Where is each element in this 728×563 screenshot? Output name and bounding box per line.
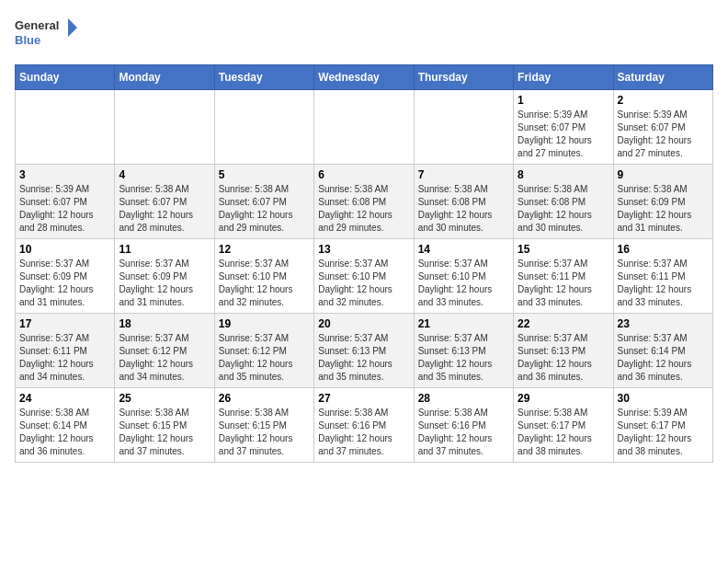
calendar-cell: 24Sunrise: 5:38 AM Sunset: 6:14 PM Dayli…: [16, 388, 115, 463]
day-number: 20: [318, 317, 409, 330]
calendar-cell: 16Sunrise: 5:37 AM Sunset: 6:11 PM Dayli…: [613, 239, 712, 314]
calendar-cell: 2Sunrise: 5:39 AM Sunset: 6:07 PM Daylig…: [613, 90, 712, 165]
calendar-cell: 8Sunrise: 5:38 AM Sunset: 6:08 PM Daylig…: [514, 165, 613, 239]
day-number: 26: [219, 392, 310, 405]
weekday-header-saturday: Saturday: [613, 65, 712, 90]
day-info: Sunrise: 5:37 AM Sunset: 6:10 PM Dayligh…: [219, 258, 310, 309]
calendar-cell: [115, 90, 214, 165]
calendar-cell: 30Sunrise: 5:39 AM Sunset: 6:17 PM Dayli…: [613, 388, 712, 463]
day-info: Sunrise: 5:37 AM Sunset: 6:14 PM Dayligh…: [618, 332, 709, 384]
day-info: Sunrise: 5:37 AM Sunset: 6:13 PM Dayligh…: [518, 332, 609, 384]
calendar-cell: 21Sunrise: 5:37 AM Sunset: 6:13 PM Dayli…: [414, 314, 513, 388]
logo: General Blue: [15, 15, 79, 55]
day-number: 21: [418, 317, 509, 330]
calendar-cell: 25Sunrise: 5:38 AM Sunset: 6:15 PM Dayli…: [115, 388, 214, 463]
weekday-header-monday: Monday: [115, 65, 214, 90]
calendar-cell: 18Sunrise: 5:37 AM Sunset: 6:12 PM Dayli…: [115, 314, 214, 388]
calendar-cell: 22Sunrise: 5:37 AM Sunset: 6:13 PM Dayli…: [514, 314, 613, 388]
day-info: Sunrise: 5:38 AM Sunset: 6:07 PM Dayligh…: [219, 183, 310, 235]
day-info: Sunrise: 5:37 AM Sunset: 6:13 PM Dayligh…: [418, 332, 509, 384]
weekday-header-row: SundayMondayTuesdayWednesdayThursdayFrid…: [16, 65, 713, 90]
weekday-header-thursday: Thursday: [414, 65, 513, 90]
calendar-cell: 1Sunrise: 5:39 AM Sunset: 6:07 PM Daylig…: [514, 90, 613, 165]
day-info: Sunrise: 5:37 AM Sunset: 6:09 PM Dayligh…: [119, 258, 210, 309]
svg-text:Blue: Blue: [15, 33, 40, 47]
calendar-cell: [214, 90, 313, 165]
calendar-cell: 17Sunrise: 5:37 AM Sunset: 6:11 PM Dayli…: [16, 314, 115, 388]
calendar-cell: [16, 90, 115, 165]
day-info: Sunrise: 5:37 AM Sunset: 6:12 PM Dayligh…: [119, 332, 210, 384]
day-info: Sunrise: 5:38 AM Sunset: 6:09 PM Dayligh…: [618, 183, 709, 235]
day-number: 30: [618, 392, 709, 405]
day-number: 5: [219, 168, 310, 181]
calendar-cell: 13Sunrise: 5:37 AM Sunset: 6:10 PM Dayli…: [314, 239, 414, 314]
calendar-cell: 15Sunrise: 5:37 AM Sunset: 6:11 PM Dayli…: [514, 239, 613, 314]
week-row-5: 24Sunrise: 5:38 AM Sunset: 6:14 PM Dayli…: [16, 388, 713, 463]
day-info: Sunrise: 5:38 AM Sunset: 6:15 PM Dayligh…: [119, 407, 210, 458]
day-info: Sunrise: 5:39 AM Sunset: 6:07 PM Dayligh…: [19, 183, 110, 235]
calendar-cell: 12Sunrise: 5:37 AM Sunset: 6:10 PM Dayli…: [214, 239, 313, 314]
day-number: 12: [219, 243, 310, 256]
weekday-header-sunday: Sunday: [16, 65, 115, 90]
day-info: Sunrise: 5:39 AM Sunset: 6:07 PM Dayligh…: [518, 109, 609, 160]
day-number: 2: [618, 94, 709, 107]
calendar-cell: 4Sunrise: 5:38 AM Sunset: 6:07 PM Daylig…: [115, 165, 214, 239]
day-number: 14: [418, 243, 509, 256]
day-info: Sunrise: 5:38 AM Sunset: 6:16 PM Dayligh…: [318, 407, 409, 458]
week-row-2: 3Sunrise: 5:39 AM Sunset: 6:07 PM Daylig…: [16, 165, 713, 239]
calendar-cell: 19Sunrise: 5:37 AM Sunset: 6:12 PM Dayli…: [214, 314, 313, 388]
page-header: General Blue: [15, 15, 713, 55]
day-info: Sunrise: 5:38 AM Sunset: 6:08 PM Dayligh…: [418, 183, 509, 235]
day-number: 8: [518, 168, 609, 181]
day-number: 10: [19, 243, 110, 256]
day-number: 18: [119, 317, 210, 330]
day-info: Sunrise: 5:37 AM Sunset: 6:11 PM Dayligh…: [19, 332, 110, 384]
week-row-4: 17Sunrise: 5:37 AM Sunset: 6:11 PM Dayli…: [16, 314, 713, 388]
day-info: Sunrise: 5:37 AM Sunset: 6:12 PM Dayligh…: [219, 332, 310, 384]
day-info: Sunrise: 5:38 AM Sunset: 6:08 PM Dayligh…: [318, 183, 409, 235]
day-info: Sunrise: 5:38 AM Sunset: 6:07 PM Dayligh…: [119, 183, 210, 235]
day-info: Sunrise: 5:38 AM Sunset: 6:15 PM Dayligh…: [219, 407, 310, 458]
svg-marker-2: [68, 18, 77, 37]
day-info: Sunrise: 5:39 AM Sunset: 6:17 PM Dayligh…: [618, 407, 709, 458]
calendar-table: SundayMondayTuesdayWednesdayThursdayFrid…: [15, 64, 713, 463]
day-number: 4: [119, 168, 210, 181]
calendar-cell: 23Sunrise: 5:37 AM Sunset: 6:14 PM Dayli…: [613, 314, 712, 388]
day-number: 17: [19, 317, 110, 330]
calendar-cell: 7Sunrise: 5:38 AM Sunset: 6:08 PM Daylig…: [414, 165, 513, 239]
day-info: Sunrise: 5:38 AM Sunset: 6:08 PM Dayligh…: [518, 183, 609, 235]
calendar-cell: 9Sunrise: 5:38 AM Sunset: 6:09 PM Daylig…: [613, 165, 712, 239]
calendar-cell: [314, 90, 414, 165]
day-number: 3: [19, 168, 110, 181]
day-number: 13: [318, 243, 409, 256]
day-info: Sunrise: 5:38 AM Sunset: 6:14 PM Dayligh…: [19, 407, 110, 458]
day-number: 9: [618, 168, 709, 181]
calendar-cell: 6Sunrise: 5:38 AM Sunset: 6:08 PM Daylig…: [314, 165, 414, 239]
day-info: Sunrise: 5:37 AM Sunset: 6:13 PM Dayligh…: [318, 332, 409, 384]
weekday-header-wednesday: Wednesday: [314, 65, 414, 90]
weekday-header-tuesday: Tuesday: [214, 65, 313, 90]
day-info: Sunrise: 5:37 AM Sunset: 6:11 PM Dayligh…: [618, 258, 709, 309]
day-number: 27: [318, 392, 409, 405]
calendar-cell: 28Sunrise: 5:38 AM Sunset: 6:16 PM Dayli…: [414, 388, 513, 463]
day-number: 11: [119, 243, 210, 256]
day-info: Sunrise: 5:38 AM Sunset: 6:17 PM Dayligh…: [518, 407, 609, 458]
day-number: 24: [19, 392, 110, 405]
day-info: Sunrise: 5:38 AM Sunset: 6:16 PM Dayligh…: [418, 407, 509, 458]
day-number: 1: [518, 94, 609, 107]
svg-text:General: General: [15, 18, 59, 32]
day-info: Sunrise: 5:37 AM Sunset: 6:10 PM Dayligh…: [318, 258, 409, 309]
calendar-cell: 5Sunrise: 5:38 AM Sunset: 6:07 PM Daylig…: [214, 165, 313, 239]
weekday-header-friday: Friday: [514, 65, 613, 90]
day-info: Sunrise: 5:39 AM Sunset: 6:07 PM Dayligh…: [618, 109, 709, 160]
day-number: 22: [518, 317, 609, 330]
calendar-cell: [414, 90, 513, 165]
calendar-cell: 10Sunrise: 5:37 AM Sunset: 6:09 PM Dayli…: [16, 239, 115, 314]
calendar-cell: 20Sunrise: 5:37 AM Sunset: 6:13 PM Dayli…: [314, 314, 414, 388]
day-number: 25: [119, 392, 210, 405]
day-info: Sunrise: 5:37 AM Sunset: 6:10 PM Dayligh…: [418, 258, 509, 309]
calendar-cell: 14Sunrise: 5:37 AM Sunset: 6:10 PM Dayli…: [414, 239, 513, 314]
day-number: 6: [318, 168, 409, 181]
day-number: 29: [518, 392, 609, 405]
day-info: Sunrise: 5:37 AM Sunset: 6:11 PM Dayligh…: [518, 258, 609, 309]
